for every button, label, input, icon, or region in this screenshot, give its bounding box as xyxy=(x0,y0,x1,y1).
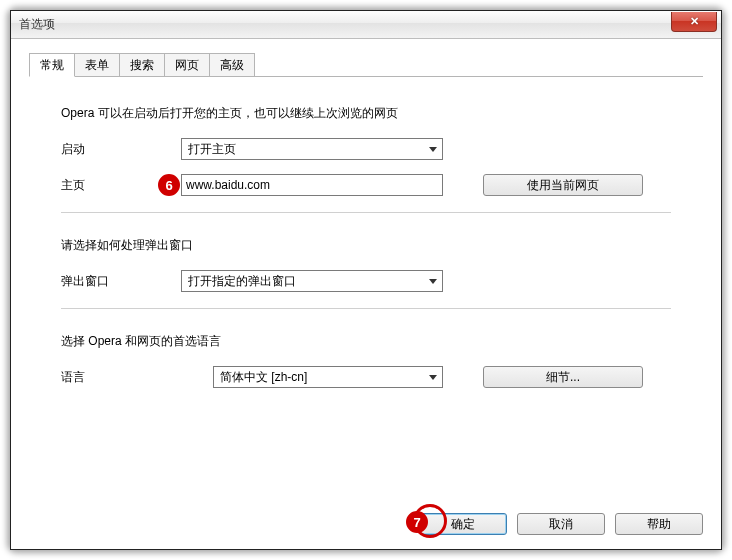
chevron-down-icon xyxy=(424,139,442,159)
language-desc: 选择 Opera 和网页的首选语言 xyxy=(61,333,671,350)
annotation-6: 6 xyxy=(158,174,180,196)
content-area: 常规 表单 搜索 网页 高级 Opera 可以在启动后打开您的主页，也可以继续上… xyxy=(11,39,721,549)
startup-row: 启动 打开主页 xyxy=(61,138,671,160)
popup-select[interactable]: 打开指定的弹出窗口 xyxy=(181,270,443,292)
startup-desc: Opera 可以在启动后打开您的主页，也可以继续上次浏览的网页 xyxy=(61,105,671,122)
chevron-down-icon xyxy=(424,271,442,291)
language-select[interactable]: 简体中文 [zh-cn] xyxy=(213,366,443,388)
divider xyxy=(61,308,671,309)
annotation-7: 7 xyxy=(406,511,428,533)
popup-row: 弹出窗口 打开指定的弹出窗口 xyxy=(61,270,671,292)
dialog-footer: 确定 7 取消 帮助 xyxy=(419,513,703,535)
tab-advanced[interactable]: 高级 xyxy=(209,53,255,76)
homepage-input[interactable] xyxy=(181,174,443,196)
close-icon: ✕ xyxy=(690,15,699,28)
startup-label: 启动 xyxy=(61,141,181,158)
startup-select-value: 打开主页 xyxy=(188,141,236,158)
language-row: 语言 简体中文 [zh-cn] 细节... xyxy=(61,366,671,388)
help-button[interactable]: 帮助 xyxy=(615,513,703,535)
popup-label: 弹出窗口 xyxy=(61,273,181,290)
divider xyxy=(61,212,671,213)
titlebar: 首选项 ✕ xyxy=(11,11,721,39)
tab-body: Opera 可以在启动后打开您的主页，也可以继续上次浏览的网页 启动 打开主页 … xyxy=(29,77,703,388)
language-select-value: 简体中文 [zh-cn] xyxy=(220,369,307,386)
window-title: 首选项 xyxy=(19,16,55,33)
details-button[interactable]: 细节... xyxy=(483,366,643,388)
homepage-row: 主页 使用当前网页 6 xyxy=(61,174,671,196)
tab-forms[interactable]: 表单 xyxy=(74,53,120,76)
tab-webpage[interactable]: 网页 xyxy=(164,53,210,76)
close-button[interactable]: ✕ xyxy=(671,12,717,32)
startup-select[interactable]: 打开主页 xyxy=(181,138,443,160)
use-current-page-button[interactable]: 使用当前网页 xyxy=(483,174,643,196)
preferences-window: 首选项 ✕ 常规 表单 搜索 网页 高级 Opera 可以在启动后打开您的主页，… xyxy=(10,10,722,550)
chevron-down-icon xyxy=(424,367,442,387)
tab-strip: 常规 表单 搜索 网页 高级 xyxy=(29,53,703,77)
tab-general[interactable]: 常规 xyxy=(29,53,75,77)
popup-desc: 请选择如何处理弹出窗口 xyxy=(61,237,671,254)
language-label: 语言 xyxy=(61,369,213,386)
tab-search[interactable]: 搜索 xyxy=(119,53,165,76)
popup-select-value: 打开指定的弹出窗口 xyxy=(188,273,296,290)
cancel-button[interactable]: 取消 xyxy=(517,513,605,535)
